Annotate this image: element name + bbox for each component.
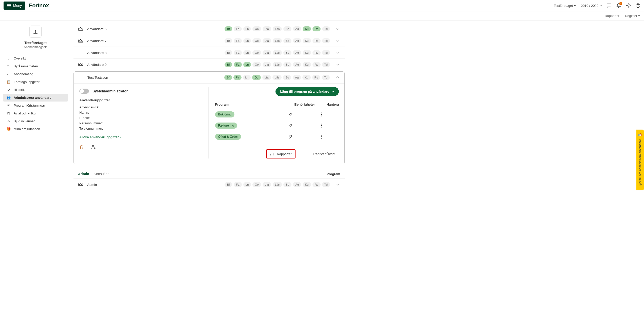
badge-fa[interactable]: Fa [234,38,242,43]
add-program-button[interactable]: Lägg till program på användare [275,87,339,96]
sidebar-item-offers[interactable]: 🎁Mina erbjudanden [0,125,71,133]
badge-td[interactable]: Td [322,62,330,67]
badge-ag[interactable]: Ag [293,182,301,187]
user-row[interactable]: Användare 7 BfFaLnOoLfaLäsBoAgKuRsTd [73,35,345,47]
badge-läs[interactable]: Läs [273,50,282,55]
sidebar-item-subscription[interactable]: ▭Abonnemang [0,70,71,78]
subheader-register-link[interactable]: Register ▾ [625,14,640,18]
badge-bo[interactable]: Bo [283,38,291,43]
badge-oo[interactable]: Oo [252,26,261,31]
more-options-icon[interactable] [321,112,339,116]
badge-bo[interactable]: Bo [283,75,291,80]
sidebar-item-history[interactable]: ↺Historik [0,86,71,94]
user-settings-icon[interactable] [91,145,96,150]
badge-lfa[interactable]: Lfa [263,182,271,187]
badge-läs[interactable]: Läs [273,62,282,67]
sidebar-item-overview[interactable]: ⌂Översikt [0,54,71,62]
badge-oo[interactable]: Oo [252,62,261,67]
user-row[interactable]: Användare 8 BfFaLnOoLfaLäsBoAgKuRsTd [73,47,345,58]
collapse-icon[interactable] [336,76,340,79]
badge-rs[interactable]: Rs [312,62,321,67]
register-other-button[interactable]: Register/Övrigt [303,150,339,158]
badge-ku[interactable]: Ku [303,182,311,187]
badge-fa[interactable]: Fa [234,62,242,67]
badge-fa[interactable]: Fa [234,50,242,55]
badge-ku[interactable]: Ku [303,62,311,67]
badge-td[interactable]: Td [322,38,330,43]
badge-bf[interactable]: Bf [224,75,232,80]
sidebar-item-program-requests[interactable]: ✉Programförfrågningar [0,102,71,109]
more-options-icon[interactable] [321,135,339,139]
badge-lfa[interactable]: Lfa [262,75,271,80]
badge-td[interactable]: Td [322,182,330,187]
settings-icon[interactable] [626,3,631,8]
expanded-user-header[interactable]: Test Testsson BfFaLnOoLfaLäsBoAgKuRsTd [74,72,344,83]
badge-td[interactable]: Td [322,50,330,55]
menu-button[interactable]: Meny [4,2,25,10]
sidebar-item-bureau[interactable]: ♡Byråsamarbeten [0,62,71,70]
sidebar-item-terms[interactable]: ⚖Avtal och villkor [0,109,71,117]
edit-permissions-icon[interactable] [288,134,321,139]
edit-permissions-icon[interactable] [288,112,321,117]
badge-bo[interactable]: Bo [283,182,291,187]
badge-bo[interactable]: Bo [283,26,291,31]
sidebar-item-manage-users[interactable]: 👥Administrera användare [3,94,68,102]
expand-icon[interactable] [336,39,340,42]
badge-bf[interactable]: Bf [225,62,232,67]
badge-rs[interactable]: Rs [312,50,321,55]
tab-admin[interactable]: Admin [78,172,89,176]
badge-lfa[interactable]: Lfa [263,26,271,31]
badge-rs[interactable]: Rs [312,38,321,43]
notifications-icon[interactable]: 1 [616,3,621,8]
badge-ln[interactable]: Ln [243,182,251,187]
upload-logo-button[interactable] [29,26,42,38]
sidebar-item-company-info[interactable]: 📋Företagsuppgifter [0,78,71,86]
badge-oo[interactable]: Oo [252,75,261,80]
badge-läs[interactable]: Läs [273,182,282,187]
badge-ku[interactable]: Ku [303,38,311,43]
delete-user-icon[interactable] [79,145,84,150]
badge-ag[interactable]: Ag [293,38,301,43]
badge-rs[interactable]: Rs [312,182,321,187]
badge-lfa[interactable]: Lfa [263,50,271,55]
expand-icon[interactable] [336,51,340,54]
messages-icon[interactable] [606,3,612,8]
badge-ag[interactable]: Ag [293,50,301,55]
badge-bf[interactable]: Bf [225,50,232,55]
help-icon[interactable] [635,3,640,8]
badge-ag[interactable]: Ag [293,62,301,67]
badge-ln[interactable]: Ln [243,75,251,80]
badge-oo[interactable]: Oo [252,50,261,55]
edit-permissions-icon[interactable] [288,123,321,128]
badge-ku[interactable]: Ku [303,50,311,55]
badge-bo[interactable]: Bo [283,50,291,55]
badge-läs[interactable]: Läs [273,38,282,43]
badge-ag[interactable]: Ag [293,26,301,31]
badge-rs[interactable]: Rs [312,75,320,80]
badge-läs[interactable]: Läs [273,26,282,31]
sysadmin-toggle[interactable] [79,89,89,94]
edit-user-link[interactable]: Ändra användaruppgifter › [79,135,121,139]
badge-fa[interactable]: Fa [234,26,242,31]
badge-lfa[interactable]: Lfa [263,38,271,43]
more-options-icon[interactable] [321,124,339,128]
badge-td[interactable]: Td [322,26,330,31]
badge-fa[interactable]: Fa [233,75,241,80]
badge-ag[interactable]: Ag [293,75,301,80]
badge-ln[interactable]: Ln [243,26,251,31]
company-selector[interactable]: Testföretaget [554,4,576,8]
user-row[interactable]: Användare 6 BfFaLnOoLfaLäsBoAgKuRsTd [73,23,345,35]
feedback-tab[interactable]: Tyck till om administrera användare 📢 [636,130,644,190]
expand-icon[interactable] [336,183,340,186]
badge-läs[interactable]: Läs [272,75,282,80]
badge-ln[interactable]: Ln [243,62,251,67]
tab-consultants[interactable]: Konsulter [94,172,109,176]
badge-ln[interactable]: Ln [243,38,251,43]
badge-td[interactable]: Td [322,75,330,80]
sidebar-item-invite[interactable]: ☺Bjud in vänner [0,117,71,125]
badge-oo[interactable]: Oo [252,38,261,43]
badge-bf[interactable]: Bf [225,38,232,43]
fiscal-year-selector[interactable]: 2019 / 2020 [581,4,602,8]
badge-ku[interactable]: Ku [302,75,310,80]
user-row[interactable]: Användare 9 BfFaLnOoLfaLäsBoAgKuRsTd [73,58,345,70]
